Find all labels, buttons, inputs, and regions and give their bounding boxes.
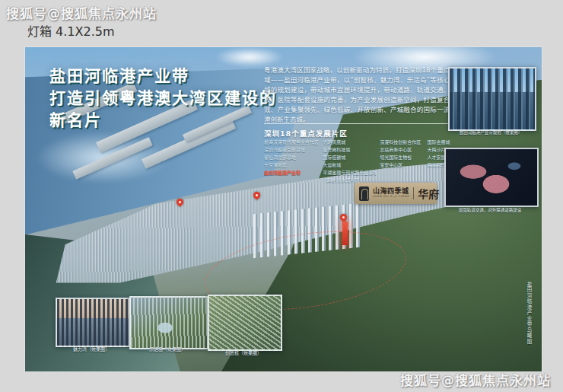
lightbox-size-label: 灯箱 4.1X2.5m xyxy=(27,21,115,40)
district-item: 前海深港现代服务业合作区 xyxy=(264,139,319,145)
divider-line xyxy=(264,123,456,124)
headline-line-3: 新名片 xyxy=(49,110,277,132)
brand-name-block: 山海四季城 SHAN HAI SI JI CHENG xyxy=(373,188,409,199)
inset-caption: 乐活岛（效果图） xyxy=(129,346,205,352)
inset-cbd-render xyxy=(448,67,536,131)
district-item: 国际低碳城 xyxy=(323,155,376,161)
project-landmark-highlight xyxy=(342,221,348,245)
district-item: 光明凤凰城 xyxy=(323,139,376,145)
district-item: 坂雪岗科技城 xyxy=(323,147,376,153)
district-item: 深圳湾超级总部基地 xyxy=(264,147,319,153)
aerial-view-caption: 盐田河临港产业带鸟瞰图 xyxy=(525,282,533,345)
inset-transit-map xyxy=(444,148,539,207)
districts-heading: 深圳18个重点发展片区 xyxy=(264,128,348,139)
districts-column-2: 光明凤凰城 坂雪岗科技城 国际低碳城 大运新城 平湖金融与现代服务业基地 · 笋… xyxy=(323,139,376,183)
district-item: 坝光国际生物谷 xyxy=(380,155,423,161)
logo-divider xyxy=(413,187,414,199)
brand-name: 山海四季城 xyxy=(373,188,409,195)
watermark-top: 搜狐号@搜狐焦点永州站 xyxy=(6,3,157,22)
project-logo-plate: 山海四季城 SHAN HAI SI JI CHENG 华府 xyxy=(355,183,437,204)
district-item-highlighted: 盐田河临港产业带 xyxy=(264,170,319,176)
district-item: 宝安中心区 xyxy=(380,162,423,168)
district-item: 大运新城 xyxy=(323,162,376,168)
district-item: 北站商务中心区 xyxy=(380,147,423,153)
inset-caption: 魅力湾（效果图） xyxy=(56,346,127,352)
page: { "page": { "watermark_top": "搜狐号@搜狐焦点永州… xyxy=(0,0,563,392)
arch-emblem-icon xyxy=(359,186,369,201)
intro-paragraph: 粤港澳大湾区国家战略，以创新驱动为特质，打造深圳18个重点区域——盐田河临港产业… xyxy=(264,65,456,125)
cloud xyxy=(215,47,284,67)
districts-column-1: 前海深港现代服务业合作区 深圳湾超级总部基地 留仙洞总部基地 大空港地区 盐田河… xyxy=(264,139,319,183)
headline-line-1: 盐田河临港产业带 xyxy=(49,65,277,88)
brand-suffix: 华府 xyxy=(418,186,439,201)
inset-caption: 创智核（效果图） xyxy=(208,349,279,356)
district-item: 国际会展城 xyxy=(427,139,463,145)
headline: 盐田河临港产业带 打造引领粤港澳大湾区建设的 新名片 xyxy=(49,65,277,132)
headline-line-2: 打造引领粤港澳大湾区建设的 xyxy=(49,88,277,110)
districts-column-3: 深港科技创新合作区 北站商务中心区 坝光国际生物谷 宝安中心区 xyxy=(380,139,423,183)
inset-lehuo-island xyxy=(129,296,208,349)
district-item: 平湖金融与现代服务业基地 xyxy=(323,170,376,176)
inset-chuangzhi-core xyxy=(208,295,282,351)
district-item: 留仙洞总部基地 xyxy=(264,155,319,161)
districts-list: 前海深港现代服务业合作区 深圳湾超级总部基地 留仙洞总部基地 大空港地区 盐田河… xyxy=(264,139,463,183)
district-item: 深港科技创新合作区 xyxy=(380,139,423,145)
district-item: 大空港地区 xyxy=(264,162,319,168)
inset-meilid-bay xyxy=(56,298,130,347)
billboard-artwork: 盐田河临港产业带 打造引领粤港澳大湾区建设的 新名片 粤港澳大湾区国家战略，以创… xyxy=(25,47,542,371)
inset-caption: 加强轨道交通，对外联通道路建设 xyxy=(444,207,536,213)
brand-subscript: SHAN HAI SI JI CHENG xyxy=(373,196,409,199)
watermark-bottom: 搜狐号@搜狐焦点永州站 xyxy=(400,370,551,389)
inset-caption: 盐田河临港产业带规划（效果图） xyxy=(448,129,533,135)
